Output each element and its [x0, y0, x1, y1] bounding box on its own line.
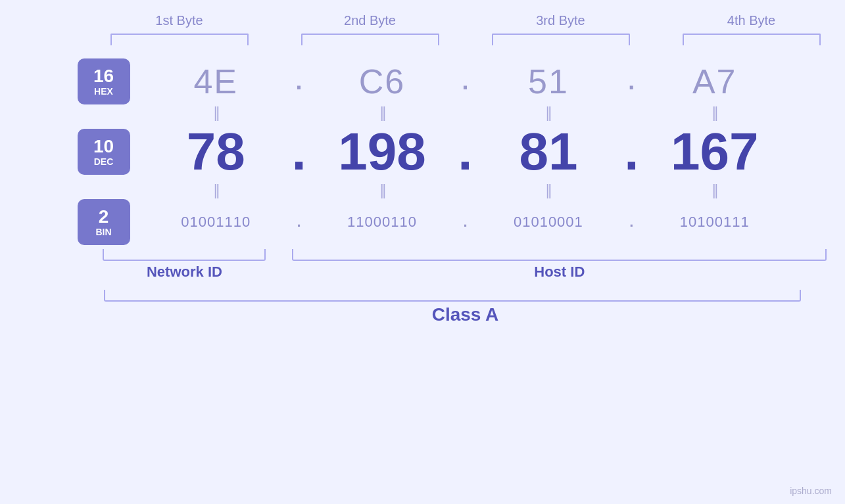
class-bracket [104, 290, 801, 302]
bin-badge-slot: 2 BIN [61, 199, 147, 245]
hex-values: 4E . C6 . 51 . A7 [147, 62, 785, 101]
network-id-label: Network ID [103, 263, 266, 281]
bin-byte2-value: 11000110 [347, 214, 417, 231]
hex-byte4-cell: A7 [646, 62, 784, 101]
bin-byte4-value: 10100111 [680, 214, 750, 231]
network-id-bracket [103, 249, 266, 261]
dec-dot3: . [618, 122, 644, 182]
hex-byte4-value: A7 [692, 62, 737, 101]
eq1-b4: ‖ [646, 104, 784, 122]
eq2-b4: ‖ [646, 182, 784, 199]
hex-dot2: . [452, 68, 478, 95]
hex-base-num: 16 [93, 66, 114, 87]
eq2-b2: ‖ [313, 182, 451, 199]
main-container: 1st Byte 2nd Byte 3rd Byte 4th Byte 16 H… [0, 0, 845, 504]
dec-byte1-value: 78 [187, 122, 245, 182]
hex-badge-slot: 16 HEX [61, 58, 147, 104]
dec-byte4-cell: 167 [646, 122, 784, 182]
bin-dot2: . [452, 214, 478, 231]
bin-values: 01001110 . 11000110 . 01010001 . 1010011… [147, 214, 785, 231]
dec-dot1: . [286, 122, 312, 182]
hex-row-group: 16 HEX 4E . C6 . 51 . A7 [61, 58, 785, 104]
bin-dot1: . [286, 214, 312, 231]
bin-base-num: 2 [99, 207, 109, 227]
class-label-row: Class A [18, 304, 827, 325]
dec-row-group: 10 DEC 78 . 198 . 81 . 167 [61, 122, 785, 182]
equals-hex-dec: ‖ ‖ ‖ ‖ [61, 104, 785, 122]
byte4-top-bracket [683, 34, 821, 45]
eq1-b1: ‖ [147, 104, 285, 122]
dec-badge-slot: 10 DEC [61, 129, 147, 175]
bin-row-group: 2 BIN 01001110 . 11000110 . 01010001 . 1 [61, 199, 785, 245]
eq2-b3: ‖ [479, 182, 617, 199]
equals-row-1: ‖ ‖ ‖ ‖ [147, 104, 785, 122]
eq1-b2: ‖ [313, 104, 451, 122]
class-label: Class A [117, 304, 814, 325]
dec-values: 78 . 198 . 81 . 167 [147, 122, 785, 182]
byte2-top-bracket [301, 34, 439, 45]
bin-byte1-cell: 01001110 [147, 214, 285, 231]
byte2-header: 2nd Byte [301, 13, 439, 28]
hex-byte1-cell: 4E [147, 62, 285, 101]
bin-byte3-cell: 01010001 [479, 214, 617, 231]
dec-byte2-value: 198 [338, 122, 425, 182]
bottom-bracket-row [18, 249, 827, 261]
bin-badge: 2 BIN [78, 199, 130, 245]
bin-base-label: BIN [95, 227, 111, 237]
byte3-top-bracket [492, 34, 630, 45]
hex-byte3-cell: 51 [479, 62, 617, 101]
byte-headers-row: 1st Byte 2nd Byte 3rd Byte 4th Byte [104, 13, 827, 28]
dec-byte2-cell: 198 [313, 122, 451, 182]
dec-base-label: DEC [94, 156, 114, 167]
dec-dot2: . [452, 122, 478, 182]
hex-badge: 16 HEX [78, 58, 130, 104]
bin-byte1-value: 01001110 [181, 214, 251, 231]
hex-byte1-value: 4E [193, 62, 238, 101]
dec-badge: 10 DEC [78, 129, 130, 175]
hex-byte2-value: C6 [359, 62, 405, 101]
bin-byte2-cell: 11000110 [313, 214, 451, 231]
bin-dot3: . [618, 214, 644, 231]
byte4-header: 4th Byte [683, 13, 821, 28]
host-id-bracket [292, 249, 827, 261]
dec-base-num: 10 [93, 137, 114, 157]
hex-base-label: HEX [94, 86, 113, 97]
eq1-b3: ‖ [479, 104, 617, 122]
watermark: ipshu.com [790, 486, 832, 496]
bin-byte4-cell: 10100111 [646, 214, 784, 231]
hex-byte3-value: 51 [528, 62, 569, 101]
class-bracket-row [18, 290, 827, 302]
hex-dot1: . [286, 68, 312, 95]
eq2-b1: ‖ [147, 182, 285, 199]
byte3-header: 3rd Byte [492, 13, 630, 28]
dec-byte3-value: 81 [519, 122, 577, 182]
id-labels-row: Network ID Host ID [18, 263, 827, 281]
data-rows: 16 HEX 4E . C6 . 51 . A7 [61, 58, 785, 245]
equals-row-2: ‖ ‖ ‖ ‖ [147, 182, 785, 199]
byte1-header: 1st Byte [110, 13, 249, 28]
equals-dec-bin: ‖ ‖ ‖ ‖ [61, 182, 785, 199]
hex-dot3: . [618, 68, 644, 95]
dec-byte4-value: 167 [671, 122, 758, 182]
byte1-top-bracket [110, 34, 249, 45]
hex-byte2-cell: C6 [313, 62, 451, 101]
bin-byte3-value: 01010001 [514, 214, 583, 231]
dec-byte3-cell: 81 [479, 122, 617, 182]
top-brackets [104, 34, 827, 45]
host-id-label: Host ID [292, 263, 827, 281]
dec-byte1-cell: 78 [147, 122, 285, 182]
